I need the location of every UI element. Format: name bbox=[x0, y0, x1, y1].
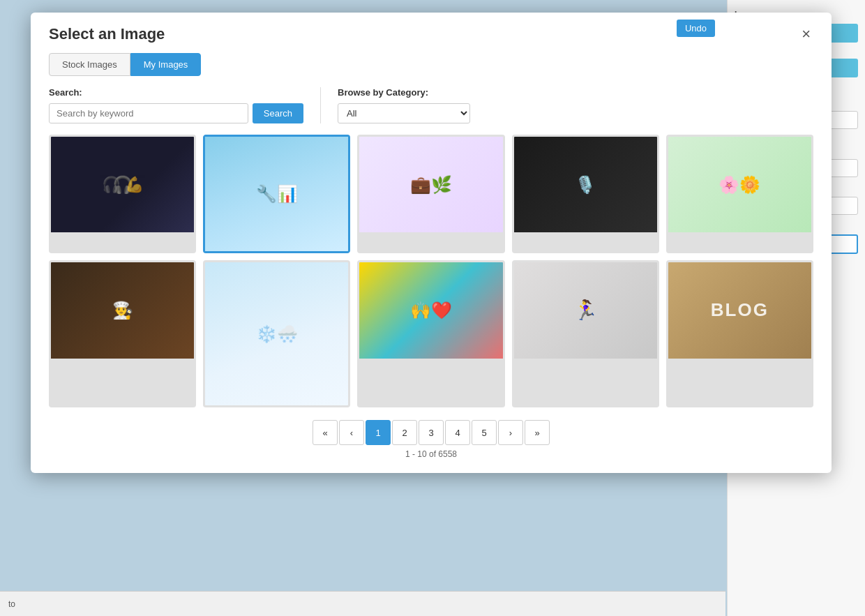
image-grid: 🎧 🔧📊 💼🌿 🎙️ 🌸🌼 bbox=[49, 135, 813, 407]
image-cell-5[interactable]: 🌸🌼 bbox=[666, 135, 813, 253]
page-3-button[interactable]: 3 bbox=[419, 420, 444, 445]
undo-button[interactable]: Undo bbox=[677, 20, 715, 37]
image-cell-2[interactable]: 🔧📊 bbox=[203, 135, 350, 253]
search-browse-row: Search: Search Browse by Category: All B… bbox=[49, 87, 813, 123]
page-prev-button[interactable]: ‹ bbox=[339, 420, 364, 445]
image-cell-6[interactable]: 👨‍🍳 bbox=[49, 260, 196, 407]
bottom-bar-text: to bbox=[8, 599, 15, 609]
page-first-button[interactable]: « bbox=[313, 420, 338, 445]
page-2-button[interactable]: 2 bbox=[392, 420, 417, 445]
image-cell-1[interactable]: 🎧 bbox=[49, 135, 196, 253]
image-cell-3[interactable]: 💼🌿 bbox=[357, 135, 504, 253]
modal-title: Select an Image bbox=[49, 25, 165, 43]
tab-row: Stock Images My Images bbox=[31, 53, 832, 76]
tab-stock-images[interactable]: Stock Images bbox=[49, 53, 130, 76]
image-cell-7[interactable]: ❄️🌨️ bbox=[203, 260, 350, 407]
image-cell-8[interactable]: 🙌❤️ bbox=[357, 260, 504, 407]
search-input[interactable] bbox=[49, 103, 248, 123]
modal-dialog: Select an Image × Stock Images My Images… bbox=[31, 13, 832, 473]
pagination-info: 1 - 10 of 6558 bbox=[405, 449, 457, 459]
page-1-button[interactable]: 1 bbox=[366, 420, 391, 445]
bottom-bar: to bbox=[0, 591, 725, 616]
search-button[interactable]: Search bbox=[253, 103, 303, 123]
page-5-button[interactable]: 5 bbox=[472, 420, 497, 445]
browse-section: Browse by Category: All Business Nature … bbox=[321, 87, 470, 123]
image-cell-4[interactable]: 🎙️ bbox=[512, 135, 659, 253]
page-next-button[interactable]: › bbox=[498, 420, 523, 445]
pagination-controls: « ‹ 1 2 3 4 5 › » bbox=[313, 420, 550, 445]
browse-select[interactable]: All Business Nature People Technology bbox=[338, 103, 470, 123]
page-last-button[interactable]: » bbox=[525, 420, 550, 445]
pagination-section: « ‹ 1 2 3 4 5 › » 1 - 10 of 6558 bbox=[49, 420, 813, 459]
search-section: Search: Search bbox=[49, 87, 321, 123]
modal-body: Search: Search Browse by Category: All B… bbox=[31, 76, 832, 473]
image-cell-10[interactable]: BLOG bbox=[666, 260, 813, 407]
modal-close-button[interactable]: × bbox=[799, 27, 813, 42]
tab-my-images[interactable]: My Images bbox=[130, 53, 202, 76]
page-4-button[interactable]: 4 bbox=[445, 420, 470, 445]
image-cell-9[interactable]: 🏃‍♀️ bbox=[512, 260, 659, 407]
search-label: Search: bbox=[49, 87, 303, 98]
browse-label: Browse by Category: bbox=[338, 87, 470, 98]
